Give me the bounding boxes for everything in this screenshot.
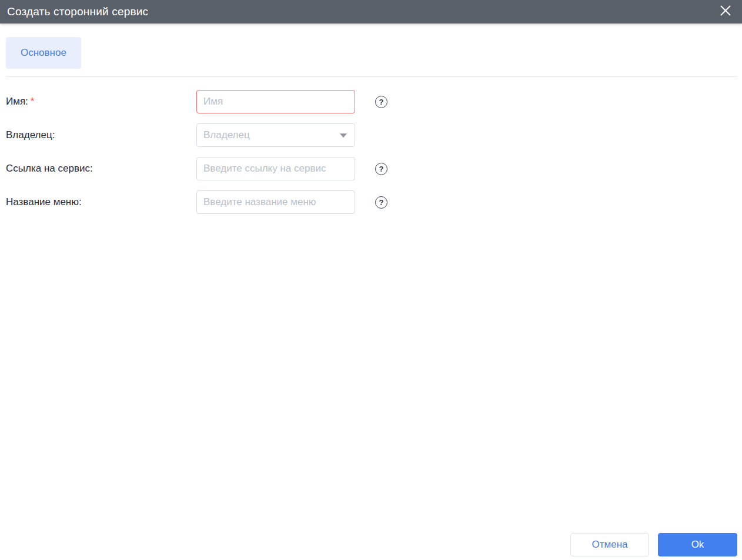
dialog-title: Создать сторонний сервис (7, 5, 148, 18)
owner-dropdown[interactable] (196, 123, 355, 147)
required-asterisk: * (31, 96, 35, 107)
owner-label: Владелец: (6, 129, 196, 141)
close-icon (719, 4, 732, 19)
form-row-service-link: Ссылка на сервис: ? (6, 157, 742, 180)
form-row-owner: Владелец: (6, 123, 742, 147)
tab-bar: Основное (6, 37, 742, 69)
name-field-wrap (196, 90, 355, 113)
create-service-form: Имя:* ? Владелец: Ссылка на сервис: ? На… (0, 77, 742, 214)
dialog-header: Создать сторонний сервис (0, 0, 742, 24)
service-link-field-wrap (196, 157, 355, 180)
help-icon[interactable]: ? (375, 196, 387, 209)
name-label: Имя:* (6, 96, 196, 108)
menu-name-input[interactable] (196, 190, 355, 214)
cancel-button[interactable]: Отмена (570, 533, 649, 556)
form-row-name: Имя:* ? (6, 90, 742, 113)
help-icon[interactable]: ? (375, 96, 387, 108)
dialog-footer: Отмена Ok (570, 533, 737, 556)
menu-name-label: Название меню: (6, 196, 196, 208)
tab-main[interactable]: Основное (6, 37, 81, 69)
create-service-dialog: Создать сторонний сервис Основное Имя:* … (0, 0, 742, 560)
service-link-input[interactable] (196, 157, 355, 180)
name-input[interactable] (196, 90, 355, 113)
form-row-menu-name: Название меню: ? (6, 190, 742, 214)
menu-name-field-wrap (196, 190, 355, 214)
help-icon[interactable]: ? (375, 163, 387, 175)
owner-field-wrap (196, 123, 355, 147)
close-button[interactable] (718, 5, 733, 19)
service-link-label: Ссылка на сервис: (6, 163, 196, 175)
ok-button[interactable]: Ok (658, 533, 737, 556)
help-spacer (375, 129, 387, 142)
